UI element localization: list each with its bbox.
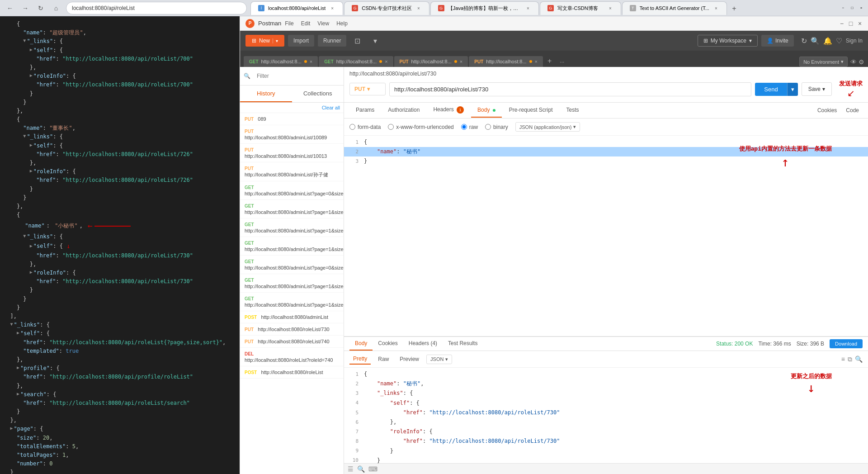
forward-button[interactable]: → [19, 2, 32, 14]
raw-radio[interactable] [461, 124, 467, 130]
browser-tab-4[interactable]: G 写文章-CSDN博客 × [540, 1, 621, 15]
menu-file[interactable]: File [285, 20, 293, 27]
history-item-12[interactable]: PUT http://localhost:8080/roleList/730 [240, 323, 344, 336]
close-tab-4[interactable]: × [607, 5, 613, 11]
form-data-option[interactable]: form-data [349, 124, 381, 130]
history-item-14[interactable]: DEL http://localhost:8080/roleList?roleI… [240, 348, 344, 366]
pm-minimize[interactable]: − [839, 21, 844, 26]
search-resp-icon[interactable]: 🔍 [855, 356, 863, 363]
invite-button[interactable]: 👤 Invite [761, 35, 794, 47]
form-data-radio[interactable] [349, 124, 355, 130]
close-tab-1[interactable]: × [329, 5, 335, 11]
browser-tab-3[interactable]: G 【Java招的博客】萌新一枚，积... × [430, 1, 539, 15]
req-tab-1[interactable]: GET http://localhost:8... × [244, 56, 318, 67]
req-tab-2[interactable]: GET http://localhost:8... × [319, 56, 393, 67]
pm-close[interactable]: × [857, 21, 863, 26]
settings-icon[interactable]: 🔔 [823, 37, 832, 45]
resp-headers-tab[interactable]: Headers (4) [403, 337, 443, 351]
urlencoded-option[interactable]: x-www-form-urlencoded [388, 124, 453, 130]
history-item-3[interactable]: PUT http://localhost:8080/adminList/孙子健 [240, 162, 344, 181]
format-preview-tab[interactable]: Preview [396, 354, 423, 364]
import-button[interactable]: Import [288, 35, 314, 47]
collections-tab[interactable]: Collections [292, 85, 344, 102]
wrap-icon[interactable]: ≡ [841, 356, 845, 363]
history-item-15[interactable]: POST http://localhost:8080/roleList [240, 366, 344, 379]
eye-icon[interactable]: 👁 [850, 58, 857, 66]
filter-input[interactable] [253, 71, 340, 81]
new-tab-button[interactable]: + [728, 2, 741, 15]
save-button[interactable]: Save ▾ [802, 82, 832, 96]
settings-env-icon[interactable]: ⚙ [859, 58, 864, 66]
history-tab[interactable]: History [240, 85, 292, 102]
code-link[interactable]: Code [842, 104, 863, 117]
toolbar-icon-1[interactable]: ⊡ [350, 33, 364, 48]
format-raw-tab[interactable]: Raw [374, 354, 392, 364]
history-item-0[interactable]: PUT 089 [240, 113, 344, 125]
body-tab[interactable]: Body [471, 103, 502, 118]
toolbar-icon-2[interactable]: ▾ [368, 33, 382, 48]
close-tab-req-2[interactable]: × [385, 59, 387, 64]
minimize-button[interactable]: − [840, 5, 846, 11]
bottom-terminal-icon[interactable]: ⌨ [368, 465, 377, 473]
bottom-search-icon[interactable]: 🔍 [357, 465, 365, 473]
resp-test-tab[interactable]: Test Results [443, 337, 483, 351]
browser-tab-5[interactable]: T Text to ASCII Art Generator (T... × [622, 1, 727, 15]
json-type-dropdown[interactable]: JSON (application/json) ▾ [515, 122, 580, 132]
binary-option[interactable]: binary [485, 124, 508, 130]
binary-radio[interactable] [485, 124, 491, 130]
env-dropdown[interactable]: No Environment ▾ [799, 57, 848, 67]
new-button[interactable]: ⊞ New ▾ [245, 35, 284, 47]
workspace-button[interactable]: ⊞ My Workspace ▾ [698, 35, 758, 47]
home-button[interactable]: ⌂ [50, 2, 62, 14]
history-item-9[interactable]: GET http://localhost:8080/adminList?page… [240, 274, 344, 293]
history-item-10[interactable]: GET http://localhost:8080/adminList?page… [240, 293, 344, 311]
req-tab-4[interactable]: PUT http://localhost:8... × [469, 56, 543, 67]
sign-in-label[interactable]: Sign In [846, 38, 863, 44]
menu-edit[interactable]: Edit [301, 20, 311, 27]
history-item-11[interactable]: POST http://localhost:8080/adminList [240, 311, 344, 323]
menu-help[interactable]: Help [336, 20, 348, 27]
raw-option[interactable]: raw [461, 124, 478, 130]
tests-tab[interactable]: Tests [560, 103, 585, 118]
history-item-8[interactable]: GET http://localhost:8080/adminList?page… [240, 256, 344, 274]
close-tab-5[interactable]: × [713, 5, 719, 11]
send-dropdown-button[interactable]: ▾ [787, 83, 798, 96]
close-tab-3[interactable]: × [525, 5, 531, 11]
browser-tab-2[interactable]: G CSDN-专业IT技术社区 × [344, 1, 429, 15]
heart-icon[interactable]: ♡ [836, 37, 842, 45]
headers-tab[interactable]: Headers 1 [427, 103, 470, 118]
method-dropdown[interactable]: PUT ▾ [349, 83, 386, 95]
send-button[interactable]: Send [755, 83, 787, 96]
more-tabs-button[interactable]: ··· [556, 57, 568, 67]
close-tab-req-1[interactable]: × [310, 59, 312, 64]
history-item-4[interactable]: GET http://localhost:8080/adminList?page… [240, 181, 344, 200]
clear-all-button[interactable]: Clear all [322, 105, 340, 110]
format-pretty-tab[interactable]: Pretty [349, 354, 371, 365]
history-item-7[interactable]: GET http://localhost:8080/adminList?page… [240, 237, 344, 256]
maximize-button[interactable]: □ [849, 5, 855, 11]
format-type-dropdown[interactable]: JSON ▾ [426, 355, 452, 364]
runner-button[interactable]: Runner [318, 35, 346, 47]
history-item-5[interactable]: GET http://localhost:8080/adminList?page… [240, 200, 344, 218]
back-button[interactable]: ← [4, 2, 16, 14]
close-tab-req-4[interactable]: × [535, 59, 538, 64]
history-item-1[interactable]: PUT http://localhost:8080/adminList/1008… [240, 125, 344, 144]
browser-tab-1[interactable]: l localhost:8080/api/roleList × [250, 1, 343, 15]
history-item-13[interactable]: PUT http://localhost:8080/roleList/740 [240, 336, 344, 348]
authorization-tab[interactable]: Authorization [382, 103, 426, 118]
history-item-2[interactable]: PUT http://localhost:8080/adminList/1001… [240, 144, 344, 162]
prerequest-tab[interactable]: Pre-request Script [503, 103, 559, 118]
menu-view[interactable]: View [317, 20, 329, 27]
sync-icon[interactable]: ↻ [801, 37, 807, 45]
request-body-editor[interactable]: 1 { 2 "name": "秘书" 3 } [344, 136, 868, 337]
resp-cookies-tab[interactable]: Cookies [373, 337, 403, 351]
params-tab[interactable]: Params [349, 103, 381, 118]
bottom-sidebar-icon[interactable]: ☰ [348, 465, 354, 473]
close-button[interactable]: × [858, 5, 864, 11]
resp-body-tab[interactable]: Body [349, 337, 373, 351]
close-tab-req-3[interactable]: × [460, 59, 462, 64]
search-icon[interactable]: 🔍 [811, 37, 820, 45]
url-input[interactable] [389, 82, 751, 96]
history-item-6[interactable]: GET http://localhost:8080/adminList?page… [240, 218, 344, 237]
pm-maximize[interactable]: □ [848, 21, 854, 26]
